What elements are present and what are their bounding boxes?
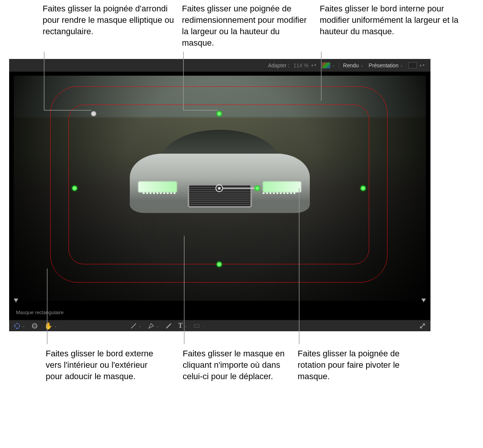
chevron-down-icon: ⌄ — [400, 63, 403, 67]
rotation-handle[interactable] — [255, 186, 260, 191]
expand-fullscreen-icon — [419, 322, 426, 329]
chevron-down-icon: ⌄ — [22, 324, 25, 328]
render-menu[interactable]: Rendu ⌄ — [341, 62, 365, 68]
fullscreen-button[interactable] — [419, 322, 426, 329]
right-resize-handle[interactable] — [360, 186, 366, 191]
svg-line-10 — [421, 324, 425, 328]
out-point-marker[interactable] — [421, 299, 426, 302]
callout-outer-edge: Faites glisser le bord externe vers l'in… — [46, 348, 164, 382]
stepper-icon: ▲▼ — [419, 64, 425, 67]
svg-point-4 — [19, 325, 20, 326]
viewport-outline-menu[interactable]: ▲▼ — [407, 62, 427, 68]
fit-zoom-value: 114 % — [293, 62, 309, 68]
callout-inner-edge: Faites glisser le bord interne pour modi… — [320, 3, 464, 37]
chevron-down-icon: ⌄ — [202, 324, 205, 328]
video-frame — [14, 76, 426, 301]
svg-point-2 — [17, 327, 18, 329]
line-tool-icon — [130, 322, 137, 329]
fit-zoom-menu[interactable]: 114 % ▲▼ — [292, 62, 319, 68]
viewport-outline-icon — [408, 62, 417, 68]
mask-type-label: Masque rectangulaire — [16, 310, 64, 315]
line-tool-button[interactable]: ⌄ — [130, 322, 142, 329]
mask-shape-icon — [14, 322, 21, 329]
pen-tool-icon — [148, 322, 155, 329]
text-tool-button[interactable]: T ⌄ — [178, 322, 187, 330]
svg-point-0 — [15, 323, 20, 328]
svg-rect-9 — [194, 324, 199, 327]
chevron-down-icon: ⌄ — [360, 63, 363, 67]
text-tool-icon: T — [178, 322, 183, 330]
callout-resize: Faites glisser une poignée de redimensio… — [182, 3, 313, 49]
canvas-window: Adapter : 114 % ▲▼ ⌄ Rendu ⌄ Présentatio… — [9, 59, 430, 331]
chevron-down-icon: ⌄ — [156, 324, 159, 328]
svg-point-1 — [17, 323, 18, 324]
svg-line-7 — [131, 323, 136, 328]
viewer-bottom-toolbar: ⌄ ✋ ⌄ ⌄ ⌄ — [9, 320, 430, 331]
view-label: Présentation — [369, 62, 399, 68]
callout-rotation: Faites glisser la poignée de rotation po… — [298, 348, 423, 382]
timeline-ruler — [14, 300, 426, 307]
svg-point-5 — [32, 323, 37, 328]
mask-tool-button[interactable]: ⌄ — [14, 322, 25, 329]
rect-tool-button[interactable]: ⌄ — [193, 322, 205, 329]
render-label: Rendu — [343, 62, 359, 68]
in-point-marker[interactable] — [14, 299, 18, 302]
center-dot[interactable] — [218, 187, 221, 190]
chevron-down-icon: ⌄ — [54, 324, 57, 328]
hand-tool-icon: ✋ — [44, 322, 53, 330]
stepper-icon: ▲▼ — [311, 64, 317, 67]
svg-point-6 — [32, 325, 37, 327]
fit-label: Adapter : — [268, 62, 290, 68]
pen-tool-button[interactable]: ⌄ — [148, 322, 159, 329]
bottom-resize-handle[interactable] — [217, 262, 222, 267]
rect-tool-icon — [193, 322, 200, 329]
roundness-handle[interactable] — [91, 111, 96, 116]
stroke-tool-button[interactable] — [165, 322, 172, 329]
svg-line-8 — [167, 324, 171, 328]
left-resize-handle[interactable] — [72, 186, 77, 191]
callout-drag-mask: Faites glisser le masque en cliquant n'i… — [183, 348, 289, 382]
rotation-arm[interactable] — [223, 188, 257, 189]
chevron-down-icon: ⌄ — [184, 324, 187, 328]
chevron-down-icon: ⌄ — [139, 324, 142, 328]
3d-rotate-icon — [31, 322, 38, 329]
color-channels-menu[interactable]: ⌄ — [320, 62, 336, 68]
hand-tool-button[interactable]: ✋ ⌄ — [44, 322, 57, 330]
canvas-viewport[interactable]: Masque rectangulaire — [9, 72, 430, 320]
color-channels-icon — [322, 62, 330, 68]
chevron-down-icon: ⌄ — [332, 63, 335, 67]
view-menu[interactable]: Présentation ⌄ — [367, 62, 405, 68]
stroke-tool-icon — [165, 322, 172, 329]
svg-point-3 — [14, 325, 15, 326]
callout-roundness: Faites glisser la poignée d'arrondi pour… — [43, 3, 174, 37]
3d-rotate-button[interactable] — [31, 322, 38, 329]
viewer-top-toolbar: Adapter : 114 % ▲▼ ⌄ Rendu ⌄ Présentatio… — [9, 59, 430, 72]
top-resize-handle[interactable] — [217, 111, 222, 116]
